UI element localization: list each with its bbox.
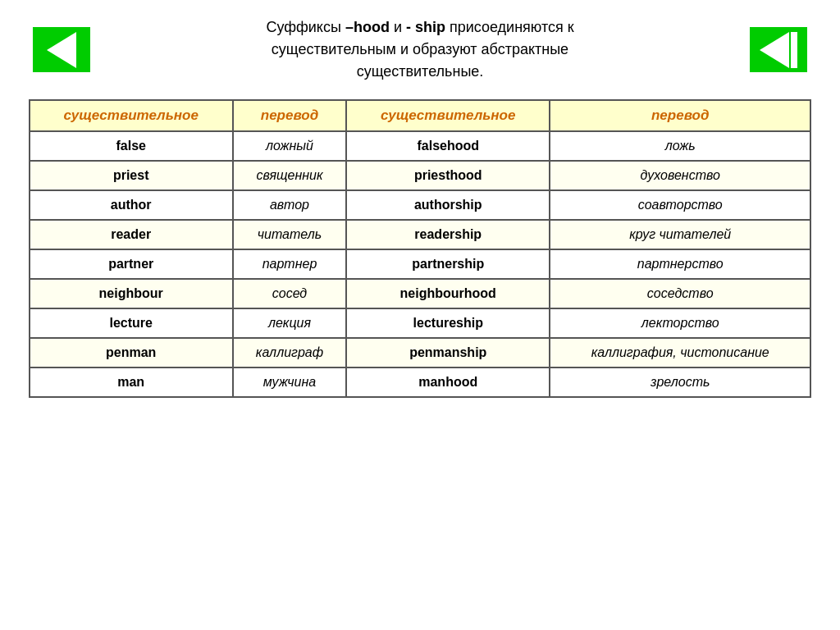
table-cell: false — [30, 131, 233, 161]
table-row: priestсвященникpriesthoodдуховенство — [30, 161, 810, 190]
table-cell: partner — [30, 249, 233, 279]
table-cell: партнер — [233, 249, 347, 279]
table-cell: neighbour — [30, 279, 233, 308]
table-cell: лекция — [233, 308, 347, 338]
table-cell: author — [30, 190, 233, 220]
next-button[interactable] — [750, 27, 807, 72]
table-row: neighbourсоседneighbourhoodсоседство — [30, 279, 810, 308]
table-cell: ложь — [550, 131, 810, 161]
table-row: falseложныйfalsehoodложь — [30, 131, 810, 161]
table-cell: ложный — [233, 131, 347, 161]
table-row: lectureлекцияlectureshipлекторство — [30, 308, 810, 338]
table-header-row: существительное перевод существительное … — [30, 100, 810, 131]
table-cell: читатель — [233, 220, 347, 249]
table-cell: каллиграфия, чистописание — [550, 338, 810, 368]
title-connector: и — [390, 19, 406, 35]
next-arrow-bar — [791, 32, 797, 68]
table-cell: священник — [233, 161, 347, 190]
col-header-3: существительное — [346, 100, 550, 131]
table-cell: зрелость — [550, 368, 810, 397]
table-cell: readership — [346, 220, 550, 249]
table-cell: falsehood — [346, 131, 550, 161]
table-row: partnerпартнерpartnershipпартнерство — [30, 249, 810, 279]
title-text: Суффиксы –hood и - ship присоединяются к… — [133, 16, 707, 83]
table-row: authorавторauthorshipсоавторство — [30, 190, 810, 220]
col-header-2: перевод — [233, 100, 347, 131]
table-row: penmanкаллиграфpenmanshipкаллиграфия, чи… — [30, 338, 810, 368]
table-cell: priest — [30, 161, 233, 190]
table-row: readerчитательreadershipкруг читателей — [30, 220, 810, 249]
table-cell: мужчина — [233, 368, 347, 397]
vocabulary-table: существительное перевод существительное … — [29, 99, 811, 398]
table-cell: lecture — [30, 308, 233, 338]
title-suffix1: –hood — [345, 19, 390, 35]
next-arrow-icon — [760, 32, 797, 68]
title-suffix2: - ship — [406, 19, 445, 35]
table-cell: духовенство — [550, 161, 810, 190]
table-cell: manhood — [346, 368, 550, 397]
table-cell: lectureship — [346, 308, 550, 338]
prev-arrow-icon — [47, 32, 76, 68]
prev-button[interactable] — [33, 27, 90, 72]
table-cell: reader — [30, 220, 233, 249]
table-cell: соавторство — [550, 190, 810, 220]
col-header-1: существительное — [30, 100, 233, 131]
table-cell: соседство — [550, 279, 810, 308]
table-cell: сосед — [233, 279, 347, 308]
table-cell: partnership — [346, 249, 550, 279]
table-cell: man — [30, 368, 233, 397]
header-area: Суффиксы –hood и - ship присоединяются к… — [16, 16, 824, 83]
table-cell: neighbourhood — [346, 279, 550, 308]
table-cell: authorship — [346, 190, 550, 220]
col-header-4: перевод — [550, 100, 810, 131]
table-cell: priesthood — [346, 161, 550, 190]
table-cell: круг читателей — [550, 220, 810, 249]
table-cell: penman — [30, 338, 233, 368]
table-cell: каллиграф — [233, 338, 347, 368]
title-prefix: Суффиксы — [266, 19, 345, 35]
table-row: manмужчинаmanhoodзрелость — [30, 368, 810, 397]
table-cell: автор — [233, 190, 347, 220]
table-cell: партнерство — [550, 249, 810, 279]
next-arrow-shape — [760, 32, 789, 68]
table-cell: penmanship — [346, 338, 550, 368]
table-cell: лекторство — [550, 308, 810, 338]
